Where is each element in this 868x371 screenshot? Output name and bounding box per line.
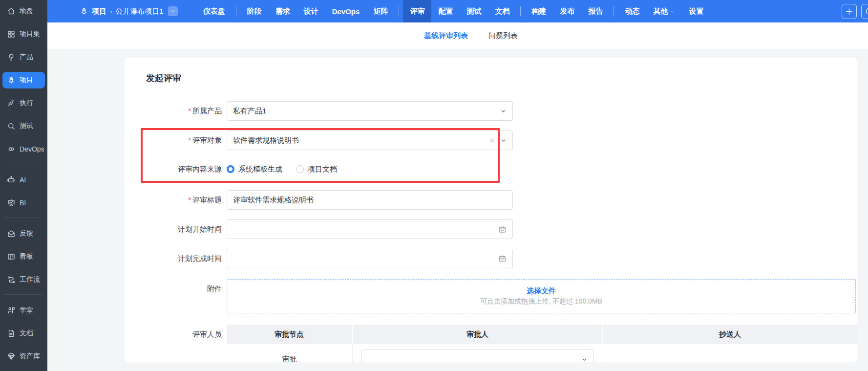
content-source-radio-group: 系统模板生成项目文档: [227, 165, 337, 174]
sidebar-item-home[interactable]: 地盘: [2, 3, 45, 20]
sidebar-item-label: 学堂: [20, 306, 33, 315]
breadcrumb-section[interactable]: 项目: [92, 7, 106, 16]
app-root: 地盘项目集产品项目执行测试DevOpsAIBI反馈看板工作流学堂文档资产库 项目…: [0, 0, 868, 371]
review-title-input[interactable]: [227, 190, 513, 210]
attachment-label: 附件: [146, 284, 222, 294]
clear-icon[interactable]: [489, 137, 495, 144]
breadcrumb-project[interactable]: 公开瀑布项目1: [115, 7, 163, 16]
sidebar-item-grid[interactable]: 项目集: [2, 26, 45, 43]
table-row: 审批: [227, 344, 857, 362]
radio-option-1[interactable]: 项目文档: [296, 165, 337, 174]
required-mark: *: [188, 136, 191, 144]
menu-item[interactable]: 构建: [525, 0, 553, 22]
product-icon: [7, 53, 16, 62]
tab-1[interactable]: 问题列表: [488, 31, 518, 41]
feedback-icon: [7, 229, 16, 238]
field-row-plan-end: 计划完成时间: [146, 249, 857, 268]
attachment-dropzone[interactable]: 选择文件 可点击添加或拖拽上传, 不超过 100.0MB: [227, 279, 856, 313]
sidebar-item-doc[interactable]: 文档: [2, 325, 45, 342]
menu-item[interactable]: 动态: [618, 0, 646, 22]
execution-icon: [7, 99, 16, 108]
radio-label: 项目文档: [308, 165, 337, 174]
sidebar-menu: 地盘项目集产品项目执行测试DevOpsAIBI反馈看板工作流学堂文档资产库: [0, 3, 47, 365]
menu-item[interactable]: 配置: [431, 0, 460, 22]
menu-divider: [520, 6, 521, 16]
radio-icon[interactable]: [296, 165, 304, 173]
plan-start-date-input[interactable]: [227, 219, 513, 239]
workflow-icon: [7, 275, 16, 284]
sidebar-item-kanban[interactable]: 看板: [2, 248, 45, 265]
plan-start-label: 计划开始时间: [146, 224, 222, 234]
tab-0[interactable]: 基线评审列表: [424, 31, 468, 41]
notifications-button[interactable]: [861, 4, 868, 19]
menu-item[interactable]: 报告: [581, 0, 610, 22]
menu-divider: [399, 6, 399, 16]
menu-item[interactable]: 需求: [269, 0, 297, 22]
menu-item[interactable]: 其他: [646, 0, 682, 22]
breadcrumb-separator-icon: ›: [110, 8, 112, 15]
top-navbar: 项目 › 公开瀑布项目1 仪表盘阶段需求设计DevOps矩阵评审配置测试文档构建…: [47, 0, 868, 22]
chevron-down-icon: [500, 108, 507, 114]
test-icon: [7, 122, 16, 131]
sidebar-item-bi[interactable]: BI: [2, 195, 45, 211]
sidebar-item-ai[interactable]: AI: [2, 172, 45, 188]
sidebar-item-rocket[interactable]: 项目: [2, 72, 45, 88]
radio-icon[interactable]: [227, 165, 234, 173]
column-header-cc: 抄送人: [603, 325, 857, 344]
radio-option-0[interactable]: 系统模板生成: [227, 165, 282, 174]
sidebar-item-devops[interactable]: DevOps: [2, 141, 45, 157]
approver-cell: [353, 344, 603, 362]
sidebar-item-feedback[interactable]: 反馈: [2, 225, 45, 242]
choose-file-link[interactable]: 选择文件: [527, 286, 556, 296]
field-row-content-source: 评审内容来源 系统模板生成项目文档: [146, 160, 857, 178]
menu-item[interactable]: 矩阵: [366, 0, 395, 22]
sidebar-item-label: DevOps: [20, 145, 44, 153]
product-select[interactable]: 私有产品1: [227, 101, 513, 121]
column-header-approver: 审批人: [353, 325, 603, 344]
field-row-plan-start: 计划开始时间: [146, 219, 857, 239]
calendar-icon: [498, 225, 507, 234]
navbar-actions: [842, 0, 868, 22]
menu-divider: [614, 6, 614, 16]
create-button[interactable]: [842, 4, 857, 19]
chevron-down-icon: [670, 9, 675, 14]
sidebar-item-test[interactable]: 测试: [2, 118, 45, 134]
sidebar-item-execution[interactable]: 执行: [2, 95, 45, 111]
project-switcher-button[interactable]: [168, 6, 178, 16]
breadcrumb[interactable]: 项目 › 公开瀑布项目1: [80, 0, 178, 22]
content-area: 发起评审 *所属产品 私有产品1 *评审对象: [47, 49, 868, 371]
sidebar-item-product[interactable]: 产品: [2, 49, 45, 65]
menu-item[interactable]: 设置: [682, 0, 710, 22]
sidebar-item-assets[interactable]: 资产库: [2, 348, 45, 365]
approver-select[interactable]: [361, 349, 594, 362]
menu-item[interactable]: 评审: [403, 0, 431, 22]
menu-item[interactable]: 测试: [460, 0, 488, 22]
field-row-review-object: *评审对象 软件需求规格说明书: [146, 131, 857, 150]
sidebar-item-label: 资产库: [20, 352, 40, 361]
menu-item[interactable]: 仪表盘: [196, 0, 232, 22]
sidebar-item-label: 测试: [20, 122, 33, 131]
sidebar-item-label: 执行: [20, 99, 33, 108]
sidebar-item-workflow[interactable]: 工作流: [2, 271, 45, 288]
field-row-product: *所属产品 私有产品1: [146, 101, 857, 121]
required-mark: *: [188, 107, 191, 115]
rocket-icon: [7, 76, 16, 85]
sidebar-item-label: 项目集: [20, 30, 40, 39]
menu-item[interactable]: 阶段: [240, 0, 269, 22]
menu-item[interactable]: 设计: [297, 0, 325, 22]
column-header-node: 审批节点: [227, 325, 353, 344]
menu-item[interactable]: 发布: [553, 0, 581, 22]
content-source-label: 评审内容来源: [146, 164, 222, 174]
sidebar-item-label: AI: [20, 176, 26, 184]
sidebar-item-school[interactable]: 学堂: [2, 302, 45, 319]
required-mark: *: [188, 196, 191, 204]
review-form-card: 发起评审 *所属产品 私有产品1 *评审对象: [125, 58, 857, 362]
bi-icon: [7, 198, 16, 207]
field-row-reviewers: 评审人员 审批节点 审批人 抄送人 审批: [146, 325, 857, 362]
menu-item[interactable]: 文档: [488, 0, 516, 22]
main-column: 项目 › 公开瀑布项目1 仪表盘阶段需求设计DevOps矩阵评审配置测试文档构建…: [47, 0, 868, 371]
review-object-select[interactable]: 软件需求规格说明书: [227, 131, 513, 150]
plan-end-date-input[interactable]: [227, 249, 513, 268]
menu-item[interactable]: DevOps: [325, 0, 367, 22]
review-object-select-value: 软件需求规格说明书: [233, 136, 489, 145]
